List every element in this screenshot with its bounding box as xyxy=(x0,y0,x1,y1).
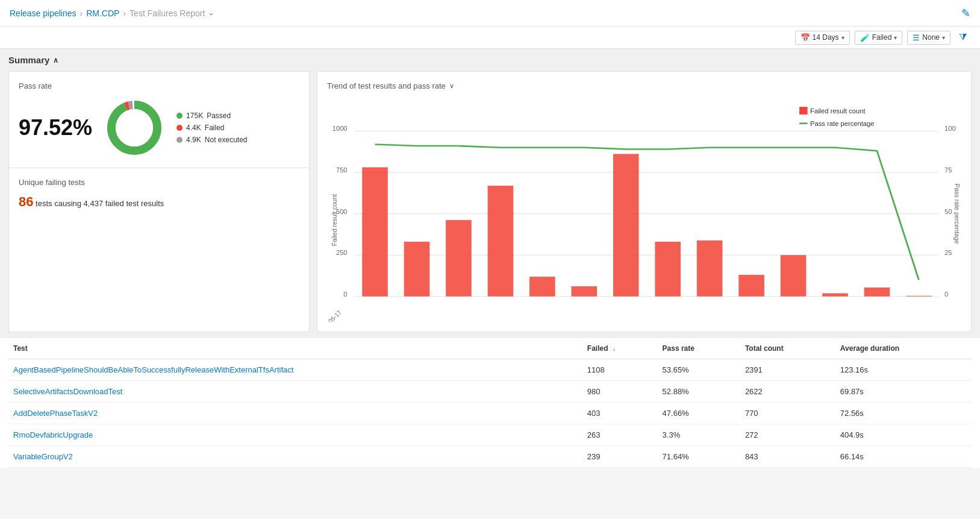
table-header-row: Test Failed ↓ Pass rate Total count Aver… xyxy=(8,338,972,359)
svg-text:1000: 1000 xyxy=(332,125,348,133)
breadcrumb-rm-cdp[interactable]: RM.CDP xyxy=(86,8,119,18)
trend-svg: 0 250 500 750 1000 0 25 50 75 100 xyxy=(327,93,961,322)
col-total-count: Total count xyxy=(740,338,835,359)
svg-rect-49 xyxy=(799,107,807,115)
cell-failed: 263 xyxy=(582,424,658,446)
svg-rect-21 xyxy=(362,168,388,297)
svg-text:Pass rate percentage: Pass rate percentage xyxy=(810,120,874,127)
svg-text:Pass rate percentage: Pass rate percentage xyxy=(953,183,961,244)
cell-avg-duration: 404.9s xyxy=(835,424,972,446)
edit-icon[interactable]: ✎ xyxy=(961,7,970,20)
cell-test[interactable]: AgentBasedPipelineShouldBeAbleToSuccessf… xyxy=(8,359,582,381)
pass-rate-body: 97.52% xyxy=(19,98,299,158)
pass-rate-card: Pass rate 97.52% xyxy=(9,72,309,168)
legend-dot-failed xyxy=(176,125,183,131)
trend-caret: ∨ xyxy=(449,82,454,90)
cell-failed: 1108 xyxy=(582,359,658,381)
svg-text:75: 75 xyxy=(944,166,952,174)
summary-section: Summary ∧ Pass rate 97.52% xyxy=(0,49,980,338)
col-avg-duration: Average duration xyxy=(835,338,972,359)
filter-icon-button[interactable]: ⧩ xyxy=(955,30,970,45)
table-row: SelectiveArtifactsDownloadTest 980 52.88… xyxy=(8,381,972,403)
svg-rect-34 xyxy=(906,296,932,297)
cell-total-count: 843 xyxy=(740,446,835,468)
svg-point-3 xyxy=(116,109,153,146)
trend-title: Trend of test results and pass rate xyxy=(327,81,446,90)
col-failed[interactable]: Failed ↓ xyxy=(582,338,658,359)
table-row: AgentBasedPipelineShouldBeAbleToSuccessf… xyxy=(8,359,972,381)
days-filter-caret: ▾ xyxy=(841,34,844,41)
svg-rect-32 xyxy=(822,294,848,297)
legend-dot-notexec xyxy=(176,137,183,143)
table-section: Test Failed ↓ Pass rate Total count Aver… xyxy=(0,338,980,468)
cell-avg-duration: 69.87s xyxy=(835,381,972,403)
table-row: RmoDevfabricUpgrade 263 3.3% 272 404.9s xyxy=(8,424,972,446)
cell-pass-rate: 52.88% xyxy=(658,381,740,403)
cell-failed: 403 xyxy=(582,403,658,424)
unique-failing-card: Unique failing tests 86 tests causing 4,… xyxy=(9,168,309,219)
days-filter-label: 14 Days xyxy=(813,33,839,42)
breadcrumb-release-pipelines[interactable]: Release pipelines xyxy=(10,8,76,18)
cell-test[interactable]: SelectiveArtifactsDownloadTest xyxy=(8,381,582,403)
svg-text:0: 0 xyxy=(343,291,347,298)
cell-failed: 239 xyxy=(582,446,658,468)
outcome-filter[interactable]: 🧪 Failed ▾ xyxy=(855,31,903,45)
legend-passed-label: Passed xyxy=(207,112,231,120)
donut-chart xyxy=(104,98,164,158)
results-table: Test Failed ↓ Pass rate Total count Aver… xyxy=(8,338,972,468)
cell-test[interactable]: RmoDevfabricUpgrade xyxy=(8,424,582,446)
summary-title: Summary xyxy=(8,55,49,65)
unique-failing-text2: tests causing 4,437 failed test results xyxy=(36,199,164,208)
unique-failing-title: Unique failing tests xyxy=(19,178,299,187)
svg-text:0: 0 xyxy=(944,291,948,298)
svg-text:25: 25 xyxy=(944,249,952,256)
legend-passed: 175K Passed xyxy=(176,112,247,120)
cell-total-count: 2391 xyxy=(740,359,835,381)
col-test: Test xyxy=(8,338,582,359)
svg-text:Failed result count: Failed result count xyxy=(810,107,865,115)
svg-text:100: 100 xyxy=(944,125,956,133)
col-pass-rate: Pass rate xyxy=(658,338,740,359)
svg-text:750: 750 xyxy=(336,166,348,174)
svg-rect-26 xyxy=(572,286,598,297)
summary-header[interactable]: Summary ∧ xyxy=(8,55,972,65)
top-bar: Release pipelines › RM.CDP › Test Failur… xyxy=(0,0,980,27)
outcome-icon: 🧪 xyxy=(860,33,870,42)
table-wrapper: Test Failed ↓ Pass rate Total count Aver… xyxy=(8,338,972,468)
left-card: Pass rate 97.52% xyxy=(8,71,310,332)
group-filter-caret: ▾ xyxy=(942,34,945,41)
table-row: VariableGroupV2 239 71.64% 843 66.14s xyxy=(8,446,972,468)
svg-rect-25 xyxy=(529,277,555,297)
svg-rect-24 xyxy=(488,186,514,297)
cell-pass-rate: 53.65% xyxy=(658,359,740,381)
legend-failed-count: 4.4K xyxy=(186,124,201,132)
cell-total-count: 2622 xyxy=(740,381,835,403)
unique-failing-count: 86 xyxy=(19,194,33,209)
days-filter[interactable]: 📅 14 Days ▾ xyxy=(795,31,850,45)
cell-pass-rate: 3.3% xyxy=(658,424,740,446)
main-content: Summary ∧ Pass rate 97.52% xyxy=(0,49,980,468)
cell-failed: 980 xyxy=(582,381,658,403)
outcome-filter-caret: ▾ xyxy=(894,34,897,41)
breadcrumb-caret[interactable]: ⌄ xyxy=(208,9,214,17)
cell-pass-rate: 71.64% xyxy=(658,446,740,468)
table-row: AddDeletePhaseTaskV2 403 47.66% 770 72.5… xyxy=(8,403,972,424)
cell-test[interactable]: AddDeletePhaseTaskV2 xyxy=(8,403,582,424)
svg-text:50: 50 xyxy=(944,208,952,215)
cell-pass-rate: 47.66% xyxy=(658,403,740,424)
group-filter[interactable]: ☰ None ▾ xyxy=(907,31,950,45)
svg-rect-28 xyxy=(655,242,681,297)
cell-test[interactable]: VariableGroupV2 xyxy=(8,446,582,468)
cell-total-count: 770 xyxy=(740,403,835,424)
breadcrumb-current: Test Failures Report xyxy=(130,8,205,18)
breadcrumb: Release pipelines › RM.CDP › Test Failur… xyxy=(10,8,214,18)
legend-passed-count: 175K xyxy=(186,112,203,120)
cell-avg-duration: 123.16s xyxy=(835,359,972,381)
trend-card: Trend of test results and pass rate ∨ 0 … xyxy=(317,71,972,332)
summary-chevron: ∧ xyxy=(53,56,58,64)
pass-rate-title: Pass rate xyxy=(19,81,299,90)
legend-failed: 4.4K Failed xyxy=(176,124,247,132)
trend-header[interactable]: Trend of test results and pass rate ∨ xyxy=(327,81,961,90)
cell-avg-duration: 66.14s xyxy=(835,446,972,468)
pass-rate-value: 97.52% xyxy=(19,115,92,140)
